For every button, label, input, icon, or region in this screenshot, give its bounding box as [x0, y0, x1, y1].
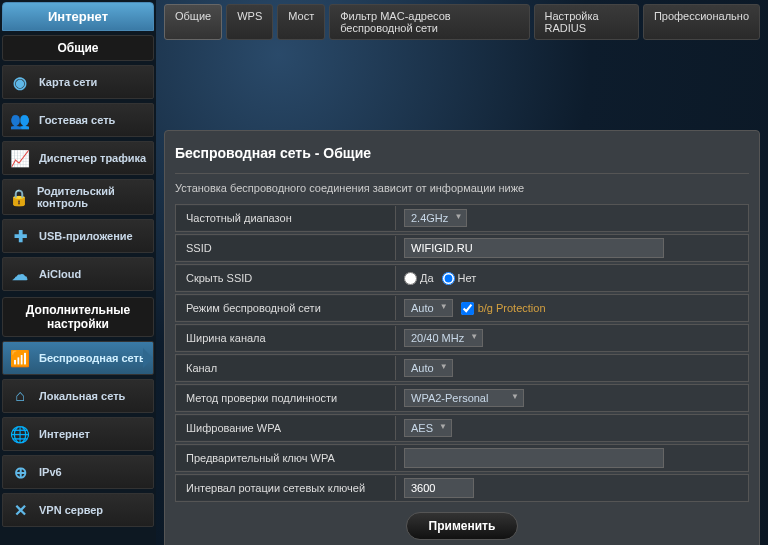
- lan-icon: ⌂: [9, 385, 31, 407]
- sidebar-item-wan[interactable]: 🌐 Интернет: [2, 417, 154, 451]
- bg-protection-checkbox[interactable]: b/g Protection: [461, 302, 546, 315]
- wireless-mode-label: Режим беспроводной сети: [176, 296, 396, 320]
- tab-general[interactable]: Общие: [164, 4, 222, 40]
- sidebar-item-label: USB-приложение: [39, 230, 133, 242]
- band-select[interactable]: 2.4GHz: [404, 209, 467, 227]
- sidebar-item-network-map[interactable]: ◉ Карта сети: [2, 65, 154, 99]
- rekey-interval-input[interactable]: [404, 478, 474, 498]
- sidebar-item-label: Карта сети: [39, 76, 97, 88]
- auth-method-select[interactable]: WPA2-Personal: [404, 389, 524, 407]
- usb-icon: ✚: [9, 225, 31, 247]
- checkbox-label: b/g Protection: [478, 302, 546, 314]
- sidebar-section-advanced: Дополнительные настройки: [2, 297, 154, 337]
- hide-ssid-label: Скрыть SSID: [176, 266, 396, 290]
- tab-bridge[interactable]: Мост: [277, 4, 325, 40]
- ssid-label: SSID: [176, 236, 396, 260]
- tab-professional[interactable]: Профессионально: [643, 4, 760, 40]
- sidebar-item-label: Локальная сеть: [39, 390, 125, 402]
- sidebar-item-label: VPN сервер: [39, 504, 103, 516]
- sidebar-item-label: Беспроводная сеть: [39, 352, 146, 364]
- channel-width-label: Ширина канала: [176, 326, 396, 350]
- sidebar-item-vpn[interactable]: ✕ VPN сервер: [2, 493, 154, 527]
- tab-bar: Общие WPS Мост Фильтр MAC-адресов беспро…: [164, 4, 760, 40]
- ssid-input[interactable]: [404, 238, 664, 258]
- wpa-psk-label: Предварительный ключ WPA: [176, 446, 396, 470]
- globe-icon: 🌐: [9, 423, 31, 445]
- tab-wps[interactable]: WPS: [226, 4, 273, 40]
- channel-width-select[interactable]: 20/40 MHz: [404, 329, 483, 347]
- channel-label: Канал: [176, 356, 396, 380]
- guest-network-icon: 👥: [9, 109, 31, 131]
- sidebar-item-label: Гостевая сеть: [39, 114, 115, 126]
- sidebar-item-parental-control[interactable]: 🔒 Родительский контроль: [2, 179, 154, 215]
- sidebar-item-lan[interactable]: ⌂ Локальная сеть: [2, 379, 154, 413]
- sidebar-item-usb-app[interactable]: ✚ USB-приложение: [2, 219, 154, 253]
- sidebar-section-general: Общие: [2, 35, 154, 61]
- auth-method-label: Метод проверки подлинности: [176, 386, 396, 410]
- tab-radius[interactable]: Настройка RADIUS: [534, 4, 639, 40]
- sidebar-item-label: Родительский контроль: [37, 185, 147, 209]
- wifi-icon: 📶: [9, 347, 31, 369]
- wpa-psk-input[interactable]: [404, 448, 664, 468]
- sidebar-item-label: IPv6: [39, 466, 62, 478]
- cloud-icon: ☁: [9, 263, 31, 285]
- channel-select[interactable]: Auto: [404, 359, 453, 377]
- sidebar-item-ipv6[interactable]: ⊕ IPv6: [2, 455, 154, 489]
- sidebar-item-aicloud[interactable]: ☁ AiCloud: [2, 257, 154, 291]
- hide-ssid-no[interactable]: Нет: [442, 272, 477, 285]
- band-label: Частотный диапазон: [176, 206, 396, 230]
- rekey-interval-label: Интервал ротации сетевых ключей: [176, 476, 396, 500]
- radio-label: Да: [420, 272, 434, 284]
- sidebar-item-label: AiCloud: [39, 268, 81, 280]
- sidebar-item-traffic-manager[interactable]: 📈 Диспетчер трафика: [2, 141, 154, 175]
- sidebar-item-label: Интернет: [39, 428, 90, 440]
- panel-description: Установка беспроводного соединения завис…: [175, 173, 749, 204]
- wireless-general-panel: Беспроводная сеть - Общие Установка бесп…: [164, 130, 760, 545]
- sidebar-item-label: Диспетчер трафика: [39, 152, 146, 164]
- lock-icon: 🔒: [9, 186, 29, 208]
- wireless-mode-select[interactable]: Auto: [404, 299, 453, 317]
- apply-button[interactable]: Применить: [406, 512, 519, 540]
- hide-ssid-yes[interactable]: Да: [404, 272, 434, 285]
- wpa-encryption-select[interactable]: AES: [404, 419, 452, 437]
- sidebar-item-wireless[interactable]: 📶 Беспроводная сеть: [2, 341, 154, 375]
- vpn-icon: ✕: [9, 499, 31, 521]
- panel-title: Беспроводная сеть - Общие: [175, 139, 749, 167]
- ipv6-icon: ⊕: [9, 461, 31, 483]
- sidebar-item-guest-network[interactable]: 👥 Гостевая сеть: [2, 103, 154, 137]
- sidebar-top-internet[interactable]: Интернет: [2, 2, 154, 31]
- network-map-icon: ◉: [9, 71, 31, 93]
- wpa-encryption-label: Шифрование WPA: [176, 416, 396, 440]
- radio-label: Нет: [458, 272, 477, 284]
- traffic-icon: 📈: [9, 147, 31, 169]
- tab-mac-filter[interactable]: Фильтр MAC-адресов беспроводной сети: [329, 4, 529, 40]
